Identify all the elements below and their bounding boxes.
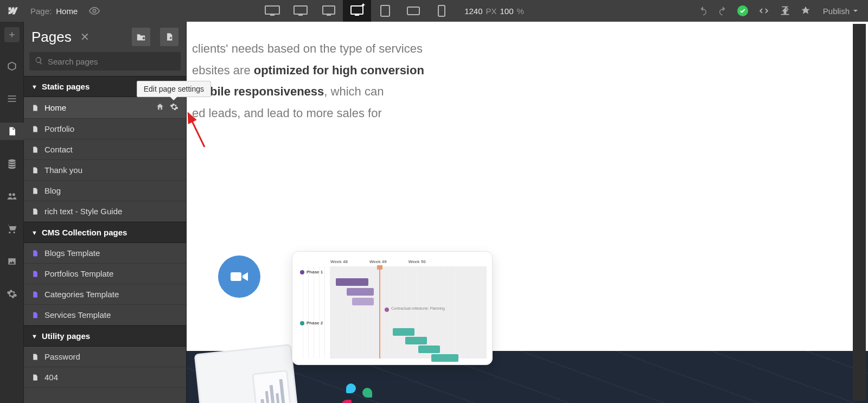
svg-rect-9 (381, 5, 390, 16)
chart-illustration (252, 370, 292, 403)
page-icon (31, 187, 39, 195)
svg-point-0 (93, 9, 96, 12)
code-icon[interactable] (758, 5, 770, 17)
page-item-style-guide[interactable]: rich text - Style Guide (24, 201, 186, 222)
page-icon (31, 249, 39, 258)
zoom-unit: % (517, 7, 524, 16)
page-item-services-template[interactable]: Services Template (24, 305, 186, 325)
pages-icon[interactable] (0, 123, 24, 140)
status-ok-icon[interactable] (737, 5, 748, 16)
panel-title: Pages (31, 29, 72, 46)
new-page-button[interactable] (160, 28, 178, 46)
page-item-contact[interactable]: Contact (24, 139, 186, 160)
export-icon[interactable] (780, 5, 790, 16)
breakpoint-switcher: ✦ (258, 0, 456, 22)
page-item-password[interactable]: Password (24, 347, 186, 367)
left-rail (0, 22, 24, 403)
audit-icon[interactable] (800, 5, 811, 16)
illustration-cluster: Week 48Week 49Week 50 Phase 1 Contractua… (197, 251, 501, 403)
zoom-logo-icon (218, 255, 260, 298)
page-item-thank-you[interactable]: Thank you (24, 160, 186, 181)
undo-icon[interactable] (698, 6, 708, 16)
search-input[interactable] (29, 52, 181, 71)
tooltip-edit-page-settings: Edit page settings (137, 81, 211, 97)
page-label: Blogs Template (44, 248, 178, 258)
preview-icon[interactable] (88, 5, 100, 17)
add-element-icon[interactable] (4, 27, 20, 42)
settings-icon[interactable] (0, 285, 24, 303)
page-label: Categories Template (44, 290, 178, 299)
assets-icon[interactable] (0, 253, 24, 270)
svg-rect-8 (355, 15, 359, 16)
breakpoint-tablet[interactable] (371, 0, 399, 22)
webflow-logo[interactable] (0, 5, 24, 17)
width-value: 1240 (464, 7, 482, 16)
cms-icon[interactable] (0, 155, 24, 172)
page-label: Password (44, 352, 178, 361)
breakpoint-mobile-portrait[interactable] (427, 0, 456, 22)
page-item-portfolios-template[interactable]: Portfolios Template (24, 264, 186, 284)
breakpoint-desktop-plus[interactable] (315, 0, 343, 22)
pages-panel: Pages ✕ ▼Static pages Home Edit page s (24, 22, 187, 403)
slack-logo-icon (342, 383, 372, 403)
page-label: Portfolio (44, 124, 178, 133)
page-icon (31, 104, 39, 112)
svg-rect-13 (231, 272, 241, 281)
page-icon (31, 145, 39, 154)
svg-rect-4 (298, 15, 303, 16)
page-label: Thank you (44, 165, 178, 175)
svg-rect-6 (327, 15, 331, 16)
width-unit: PX (486, 7, 497, 16)
page-item-blogs-template[interactable]: Blogs Template (24, 243, 186, 264)
page-label: rich text - Style Guide (44, 207, 178, 216)
page-item-portfolio[interactable]: Portfolio (24, 119, 186, 139)
page-label: Contact (44, 145, 178, 154)
annotation-arrow (186, 111, 208, 151)
page-label: Page: (30, 7, 52, 16)
redo-icon[interactable] (718, 6, 727, 16)
page-item-404[interactable]: 404 (24, 367, 186, 388)
chevron-down-icon (853, 8, 858, 14)
navigator-icon[interactable] (0, 90, 24, 107)
publish-button[interactable]: Publish (821, 7, 860, 16)
top-bar: Page: Home ✦ 1240 PX 100 % (0, 0, 868, 22)
page-label: Home (44, 103, 150, 112)
page-label: Services Template (44, 310, 178, 319)
svg-rect-11 (438, 5, 445, 16)
page-label: 404 (44, 373, 178, 382)
gantt-illustration: Week 48Week 49Week 50 Phase 1 Contractua… (292, 251, 493, 365)
home-icon (156, 103, 164, 113)
breakpoint-1440[interactable] (258, 0, 286, 22)
page-icon (31, 353, 39, 361)
new-folder-button[interactable] (132, 28, 150, 46)
breakpoint-1280[interactable] (286, 0, 315, 22)
users-icon[interactable] (0, 188, 24, 205)
page-icon (31, 290, 39, 299)
gear-icon[interactable]: Edit page settings (170, 103, 178, 113)
site-content-text: clients' needs based on the type of serv… (187, 22, 868, 124)
publish-label: Publish (823, 7, 850, 16)
page-label: Blog (44, 186, 178, 195)
page-icon (31, 166, 39, 175)
page-item-home[interactable]: Home Edit page settings (24, 97, 186, 119)
page-switcher[interactable]: Page: Home (24, 7, 84, 16)
canvas[interactable]: clients' needs based on the type of serv… (187, 22, 868, 403)
section-utility-pages[interactable]: ▼Utility pages (24, 325, 186, 347)
page-icon (31, 373, 39, 382)
breakpoint-mobile-landscape[interactable] (399, 0, 427, 22)
ecommerce-icon[interactable] (0, 220, 24, 238)
canvas-size[interactable]: 1240 PX 100 % (456, 7, 533, 16)
page-item-categories-template[interactable]: Categories Template (24, 284, 186, 305)
page-icon (31, 207, 39, 216)
page-label: Portfolios Template (44, 269, 178, 278)
breakpoint-desktop-base[interactable]: ✦ (343, 0, 371, 22)
svg-rect-1 (265, 6, 279, 14)
right-sidebar-collapsed[interactable] (853, 24, 866, 401)
page-item-blog[interactable]: Blog (24, 181, 186, 201)
section-cms-pages[interactable]: ▼CMS Collection pages (24, 222, 186, 243)
svg-rect-3 (294, 6, 307, 14)
close-panel-icon[interactable]: ✕ (80, 30, 90, 43)
page-icon (31, 311, 39, 319)
symbols-icon[interactable] (0, 57, 24, 75)
svg-rect-5 (323, 6, 335, 14)
